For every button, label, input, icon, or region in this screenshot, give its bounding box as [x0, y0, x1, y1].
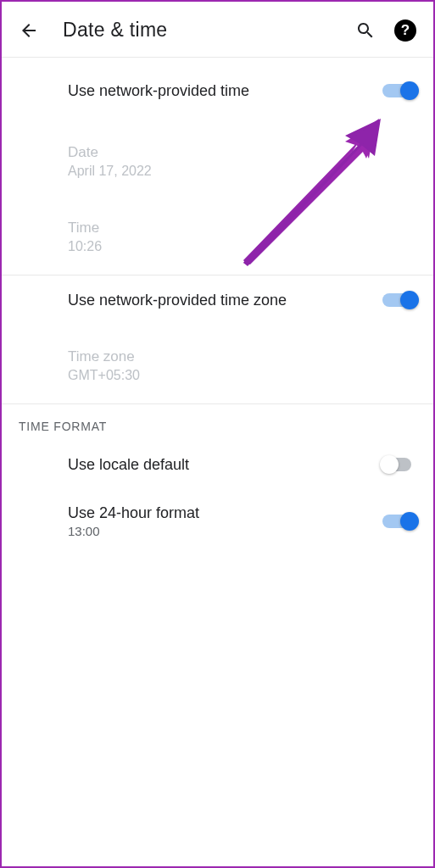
network-timezone-row[interactable]: Use network-provided time zone — [2, 275, 433, 325]
hour24-label: Use 24-hour format — [68, 504, 382, 522]
hour24-toggle[interactable] — [382, 512, 416, 531]
header-actions: ? — [355, 19, 416, 42]
search-icon[interactable] — [355, 20, 376, 41]
time-format-header: TIME FORMAT — [2, 404, 433, 440]
app-header: Date & time ? — [2, 2, 433, 58]
time-value: 10:26 — [68, 239, 416, 254]
locale-default-toggle[interactable] — [382, 455, 416, 474]
time-label: Time — [68, 220, 416, 236]
network-time-toggle[interactable] — [382, 81, 416, 100]
network-time-row[interactable]: Use network-provided time — [2, 66, 433, 115]
settings-content: Use network-provided time Date April 17,… — [2, 58, 433, 554]
page-title: Date & time — [63, 19, 332, 42]
network-timezone-toggle[interactable] — [382, 291, 416, 309]
locale-default-row[interactable]: Use locale default — [2, 440, 433, 489]
back-icon[interactable] — [19, 20, 39, 41]
timezone-value: GMT+05:30 — [68, 368, 416, 383]
help-icon[interactable]: ? — [394, 19, 416, 42]
timezone-row: Time zone GMT+05:30 — [2, 337, 433, 395]
network-timezone-label: Use network-provided time zone — [68, 292, 382, 309]
date-row: Date April 17, 2022 — [2, 132, 433, 191]
time-row: Time 10:26 — [2, 208, 433, 266]
date-value: April 17, 2022 — [68, 164, 416, 179]
network-time-label: Use network-provided time — [68, 82, 382, 100]
hour24-row[interactable]: Use 24-hour format 13:00 — [2, 489, 433, 554]
date-label: Date — [68, 144, 416, 161]
locale-default-label: Use locale default — [68, 456, 382, 474]
timezone-label: Time zone — [68, 348, 416, 365]
hour24-sub: 13:00 — [68, 524, 382, 538]
